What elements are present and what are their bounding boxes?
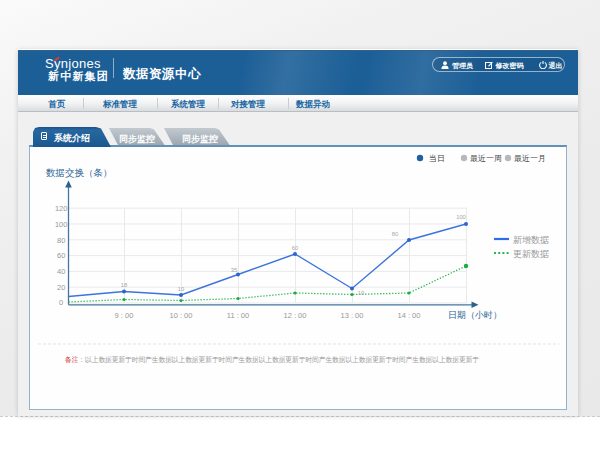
svg-text:100: 100 bbox=[54, 220, 67, 229]
svg-text:13 : 00: 13 : 00 bbox=[340, 311, 363, 320]
svg-text:120: 120 bbox=[54, 204, 67, 213]
svg-text:100: 100 bbox=[456, 214, 466, 220]
svg-text:80: 80 bbox=[57, 236, 65, 245]
svg-text:日期（小时）: 日期（小时） bbox=[448, 310, 502, 320]
svg-text:0: 0 bbox=[59, 298, 63, 307]
svg-text:40: 40 bbox=[57, 267, 65, 276]
svg-text:12 : 00: 12 : 00 bbox=[283, 311, 306, 320]
svg-text:60: 60 bbox=[291, 245, 297, 251]
svg-text:14 : 00: 14 : 00 bbox=[397, 311, 420, 320]
svg-text:数据交换（条）: 数据交换（条） bbox=[46, 167, 113, 178]
svg-text:最近一月: 最近一月 bbox=[514, 154, 546, 163]
svg-text:10: 10 bbox=[357, 290, 363, 296]
svg-text:60: 60 bbox=[57, 251, 65, 260]
svg-text:20: 20 bbox=[57, 283, 65, 292]
svg-text:当日: 当日 bbox=[429, 154, 445, 163]
svg-text:35: 35 bbox=[230, 267, 236, 273]
svg-text:更新数据: 更新数据 bbox=[513, 249, 549, 259]
svg-text:10: 10 bbox=[177, 286, 183, 292]
svg-text:最近一周: 最近一周 bbox=[470, 154, 502, 163]
svg-text:80: 80 bbox=[391, 231, 397, 237]
svg-text:11 : 00: 11 : 00 bbox=[226, 311, 248, 320]
svg-text:10 : 00: 10 : 00 bbox=[169, 311, 192, 320]
svg-text:新增数据: 新增数据 bbox=[513, 235, 549, 245]
svg-text:备注：以上数据更新于时间产生数据以上数据更新于时间产生数据以: 备注：以上数据更新于时间产生数据以上数据更新于时间产生数据以上数据更新于时间产生… bbox=[65, 355, 479, 364]
svg-text:9 : 00: 9 : 00 bbox=[114, 311, 133, 320]
svg-text:18: 18 bbox=[120, 282, 126, 288]
